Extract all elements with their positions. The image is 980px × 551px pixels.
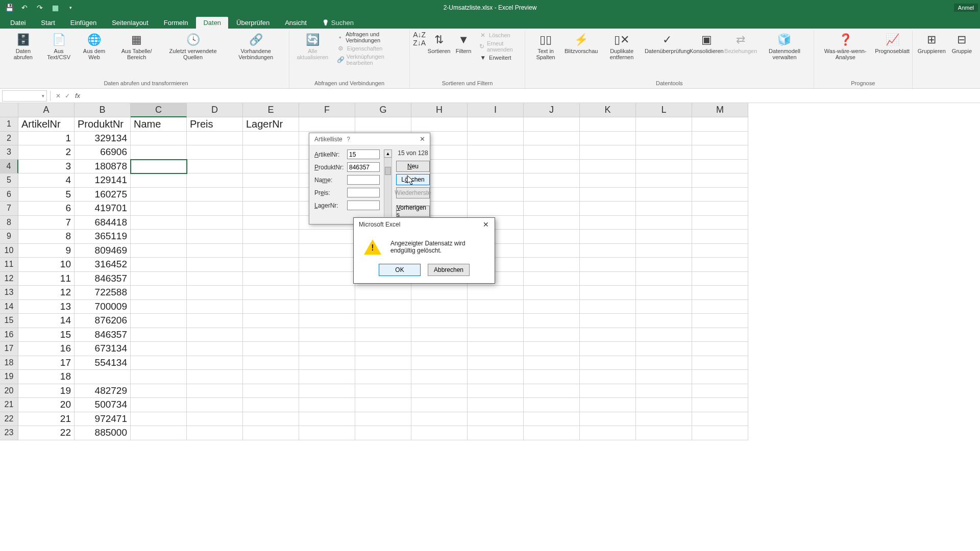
cell-H16[interactable]	[411, 328, 468, 342]
cell-F10[interactable]	[299, 244, 355, 258]
row-header-6[interactable]: 6	[0, 188, 18, 202]
cell-G17[interactable]	[355, 342, 411, 356]
cell-A14[interactable]: 13	[18, 300, 75, 314]
cell-L5[interactable]	[636, 173, 692, 188]
cell-F15[interactable]	[299, 314, 355, 328]
row-header-10[interactable]: 10	[0, 244, 18, 258]
cell-A16[interactable]: 15	[18, 328, 75, 342]
cell-G19[interactable]	[355, 370, 411, 384]
cell-B18[interactable]: 554134	[75, 356, 131, 370]
cell-B17[interactable]: 673134	[75, 342, 131, 356]
column-header-E[interactable]: E	[243, 103, 299, 117]
cell-K13[interactable]	[580, 286, 636, 300]
cell-J11[interactable]	[524, 258, 580, 272]
tab-formeln[interactable]: Formeln	[157, 17, 195, 29]
cell-C8[interactable]	[131, 216, 187, 230]
cell-A6[interactable]: 5	[18, 188, 75, 202]
cell-L15[interactable]	[636, 314, 692, 328]
cell-J13[interactable]	[524, 286, 580, 300]
text-to-columns-button[interactable]: ▯▯Text in Spalten	[528, 31, 563, 61]
refresh-all-button[interactable]: 🔄Alle aktualisieren	[292, 31, 333, 61]
cell-D6[interactable]	[187, 188, 243, 202]
cell-M1[interactable]	[692, 117, 748, 132]
cell-A1[interactable]: ArtikelNr	[18, 117, 75, 132]
cell-K16[interactable]	[580, 328, 636, 342]
cell-E15[interactable]	[243, 314, 299, 328]
cell-H14[interactable]	[411, 300, 468, 314]
cell-I23[interactable]	[468, 426, 524, 440]
cell-I19[interactable]	[468, 370, 524, 384]
cell-B12[interactable]: 846357	[75, 272, 131, 286]
restore-button[interactable]: Wiederherste	[396, 187, 430, 198]
ungroup-button[interactable]: ⊟Gruppie	[950, 31, 974, 55]
cell-A20[interactable]: 19	[18, 384, 75, 398]
row-header-14[interactable]: 14	[0, 300, 18, 314]
cell-L9[interactable]	[636, 230, 692, 244]
cell-F22[interactable]	[299, 412, 355, 427]
previous-button[interactable]: Vorherigen s	[396, 206, 430, 217]
cell-K2[interactable]	[580, 132, 636, 146]
cell-C7[interactable]	[131, 202, 187, 216]
cell-G23[interactable]	[355, 426, 411, 440]
cell-J19[interactable]	[524, 370, 580, 384]
cell-F1[interactable]	[299, 117, 355, 132]
cell-L3[interactable]	[636, 145, 692, 160]
cell-A11[interactable]: 10	[18, 258, 75, 272]
row-header-8[interactable]: 8	[0, 216, 18, 230]
cell-B10[interactable]: 809469	[75, 244, 131, 258]
cell-D5[interactable]	[187, 173, 243, 188]
cancel-button[interactable]: Abbrechen	[428, 264, 470, 276]
reapply-button[interactable]: ↻Erneut anwenden	[477, 40, 522, 53]
cell-A7[interactable]: 6	[18, 202, 75, 216]
cell-C21[interactable]	[131, 398, 187, 412]
cell-D20[interactable]	[187, 384, 243, 398]
cell-D4[interactable]	[187, 160, 243, 174]
cell-A23[interactable]: 22	[18, 426, 75, 440]
cell-A9[interactable]: 8	[18, 230, 75, 244]
cell-I13[interactable]	[468, 286, 524, 300]
cell-D18[interactable]	[187, 356, 243, 370]
cell-I6[interactable]	[468, 188, 524, 202]
tab-ueberpruefen[interactable]: Überprüfen	[229, 17, 277, 29]
enter-formula-icon[interactable]: ✓	[63, 91, 72, 101]
cell-J6[interactable]	[524, 188, 580, 202]
row-header-19[interactable]: 19	[0, 370, 18, 384]
cell-E22[interactable]	[243, 412, 299, 427]
cell-L19[interactable]	[636, 370, 692, 384]
sort-button[interactable]: ⇅Sortieren	[428, 31, 450, 55]
cell-E10[interactable]	[243, 244, 299, 258]
cell-E6[interactable]	[243, 188, 299, 202]
cell-A17[interactable]: 16	[18, 342, 75, 356]
cell-J2[interactable]	[524, 132, 580, 146]
cell-K11[interactable]	[580, 258, 636, 272]
cell-D14[interactable]	[187, 300, 243, 314]
cell-J1[interactable]	[524, 117, 580, 132]
cell-H22[interactable]	[411, 412, 468, 427]
cell-B3[interactable]: 66906	[75, 145, 131, 160]
what-if-button[interactable]: ❓Was-wäre-wenn-Analyse	[817, 31, 874, 61]
cell-E3[interactable]	[243, 145, 299, 160]
cell-F12[interactable]	[299, 272, 355, 286]
cell-F14[interactable]	[299, 300, 355, 314]
cell-B16[interactable]: 846357	[75, 328, 131, 342]
column-header-D[interactable]: D	[187, 103, 243, 117]
cell-E18[interactable]	[243, 356, 299, 370]
cell-C11[interactable]	[131, 258, 187, 272]
column-header-A[interactable]: A	[18, 103, 75, 117]
cell-E2[interactable]	[243, 132, 299, 146]
cell-K22[interactable]	[580, 412, 636, 427]
cell-C2[interactable]	[131, 132, 187, 146]
cell-B20[interactable]: 482729	[75, 384, 131, 398]
cell-C4[interactable]	[131, 160, 187, 174]
cell-G18[interactable]	[355, 356, 411, 370]
cell-K12[interactable]	[580, 272, 636, 286]
column-header-J[interactable]: J	[524, 103, 580, 117]
cell-J9[interactable]	[524, 230, 580, 244]
cell-K9[interactable]	[580, 230, 636, 244]
cell-J4[interactable]	[524, 160, 580, 174]
cell-H15[interactable]	[411, 314, 468, 328]
cell-F18[interactable]	[299, 356, 355, 370]
row-header-3[interactable]: 3	[0, 145, 18, 160]
cell-L1[interactable]	[636, 117, 692, 132]
alert-titlebar[interactable]: Microsoft Excel ✕	[354, 218, 495, 231]
